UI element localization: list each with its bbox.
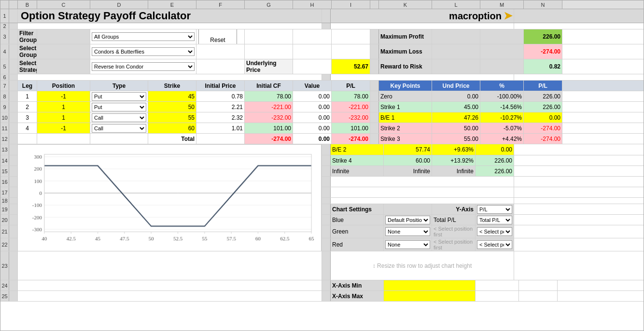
- green-line-select[interactable]: < Select position first: [477, 227, 512, 236]
- leg1-position[interactable]: -1: [37, 91, 90, 101]
- row-9: 9 2 1 Put 50 2.21 -221.00 0.00 -221.00 S…: [0, 102, 644, 112]
- cell-n24: [519, 280, 558, 290]
- app-title: Option Strategy Payoff Calculator: [18, 9, 322, 23]
- row-6: 6: [0, 74, 644, 81]
- select-group-cell: Condors & Butterflies: [90, 44, 196, 59]
- leg1-num: 1: [18, 91, 37, 101]
- kp-row-2-und: 47.26: [432, 112, 480, 123]
- kp-row-5-pct: +9.63%: [432, 144, 476, 155]
- leg3-position[interactable]: 1: [37, 112, 90, 123]
- cell-m4: [480, 44, 524, 59]
- column-headers: B C D E F G H I K L M N: [0, 0, 644, 9]
- chart-settings-label: Chart Settings: [331, 204, 384, 214]
- leg4-position[interactable]: -1: [37, 123, 90, 133]
- leg1-strike[interactable]: 45: [148, 91, 196, 101]
- leg3-initial-price: 2.32: [196, 112, 245, 123]
- row-8: 8 1 -1 Put 45 0.78 78.00 0.00 78.00 Zero…: [0, 91, 644, 102]
- leg3-type-cell: Call: [90, 112, 148, 123]
- cell-g4: [245, 44, 293, 59]
- leg4-type-cell: Call: [90, 123, 148, 133]
- kp-row-5-pl: 0.00: [476, 144, 514, 155]
- leg1-type-select[interactable]: Put: [92, 92, 146, 101]
- cell-f4: [196, 44, 245, 59]
- leg3-strike[interactable]: 55: [148, 112, 196, 123]
- leg3-type-select[interactable]: Call: [92, 113, 146, 122]
- cell-g3: [245, 29, 293, 44]
- leg3-value: 0.00: [293, 112, 332, 123]
- row-7-headers: 7 Leg Position Type Strike Initial Price…: [0, 81, 644, 91]
- leg2-position[interactable]: 1: [37, 102, 90, 112]
- kp-row-1-label: Strike 1: [379, 102, 432, 112]
- reset-position-button[interactable]: Reset Position: [198, 29, 237, 44]
- red-label: Red: [331, 238, 384, 251]
- pl-header: P/L: [524, 81, 562, 91]
- header-leg: Leg: [18, 81, 37, 91]
- max-profit-value: 226.00: [524, 29, 562, 44]
- total-pl-select[interactable]: Total P/L: [477, 216, 512, 224]
- red-line-select[interactable]: < Select position first: [477, 240, 512, 249]
- select-pos-first-2-cell: < Select position first: [476, 238, 514, 251]
- select-group-select[interactable]: Condors & Butterflies: [92, 47, 195, 56]
- leg2-type-cell: Put: [90, 102, 148, 112]
- x-axis-min-value[interactable]: [384, 280, 476, 290]
- y-axis-label: Y-Axis: [432, 204, 476, 214]
- underlying-price-label: Underlying Price: [245, 59, 293, 74]
- blue-position-select[interactable]: Default Position: [385, 216, 430, 224]
- cell-d12: [90, 134, 148, 144]
- cell-i4: [332, 44, 370, 59]
- select-strategy-select[interactable]: Reverse Iron Condor: [92, 62, 195, 71]
- leg2-value: 0.00: [293, 102, 332, 112]
- select-group-label: Select Group: [18, 44, 37, 59]
- blue-value-cell: Default Position: [384, 215, 432, 225]
- total-pl-label: Total P/L: [432, 215, 476, 225]
- total-cf: -274.00: [245, 134, 293, 144]
- und-price-header: Und Price: [432, 81, 480, 91]
- leg4-strike[interactable]: 60: [148, 123, 196, 133]
- select-pos-first-2: < Select position first: [432, 238, 476, 251]
- leg3-initial-cf: -232.00: [245, 112, 293, 123]
- cell-c12: [37, 134, 90, 144]
- kp-row-2-pl: 0.00: [524, 112, 562, 123]
- leg3-pl: -232.00: [332, 112, 370, 123]
- kp-row-5-label: B/E 2: [331, 144, 384, 155]
- kp-row-6-label: Strike 4: [331, 155, 384, 166]
- select-strategy-label: Select Strategy: [18, 59, 37, 74]
- leg2-initial-price: 2.21: [196, 102, 245, 112]
- cell-h4: [293, 44, 332, 59]
- select-pos-first-1-cell: < Select position first: [476, 225, 514, 238]
- reset-position-cell: Reset Position: [196, 29, 245, 44]
- row-5: 5 Select Strategy Reverse Iron Condor Un…: [0, 59, 644, 74]
- row-24: 24 X-Axis Min: [0, 280, 644, 291]
- leg1-type-cell: Put: [90, 91, 148, 101]
- kp-row-5-und: 57.74: [384, 144, 432, 155]
- reward-risk-label: Reward to Risk: [379, 59, 432, 74]
- red-position-select[interactable]: None: [385, 240, 430, 249]
- kp-row-3-pl: -274.00: [524, 123, 562, 133]
- leg1-initial-price: 0.78: [196, 91, 245, 101]
- total-value: 0.00: [293, 134, 332, 144]
- green-position-select[interactable]: None: [385, 227, 430, 236]
- filter-groups-cell: All Groups: [90, 29, 196, 44]
- leg2-type-select[interactable]: Put: [92, 103, 146, 111]
- filter-groups-select[interactable]: All Groups: [92, 32, 195, 41]
- cell-l5: [432, 59, 480, 74]
- leg4-type-select[interactable]: Call: [92, 124, 146, 133]
- kp-row-0-label: Zero: [379, 91, 432, 101]
- leg2-strike[interactable]: 50: [148, 102, 196, 112]
- x-axis-max-value[interactable]: [384, 291, 476, 301]
- max-loss-label: Maximum Loss: [379, 44, 432, 59]
- leg4-num: 4: [18, 123, 37, 133]
- kp-row-7-und: Infinite: [384, 166, 432, 176]
- cell-i3: [332, 29, 370, 44]
- blue-label: Blue: [331, 215, 384, 225]
- logo-icon: ➤: [504, 10, 512, 22]
- underlying-price-value[interactable]: 52.67: [332, 59, 370, 74]
- kp-row-1-pl: 226.00: [524, 102, 562, 112]
- row-10: 10 3 1 Call 55 2.32 -232.00 0.00 -232.00…: [0, 112, 644, 123]
- kp-row-0-pl: 226.00: [524, 91, 562, 101]
- header-position: Position: [37, 81, 90, 91]
- leg4-initial-price: 1.01: [196, 123, 245, 133]
- row-25: 25 X-Axis Max: [0, 291, 644, 302]
- y-axis-select[interactable]: P/L: [477, 205, 512, 214]
- logo: macroption ➤: [331, 9, 514, 23]
